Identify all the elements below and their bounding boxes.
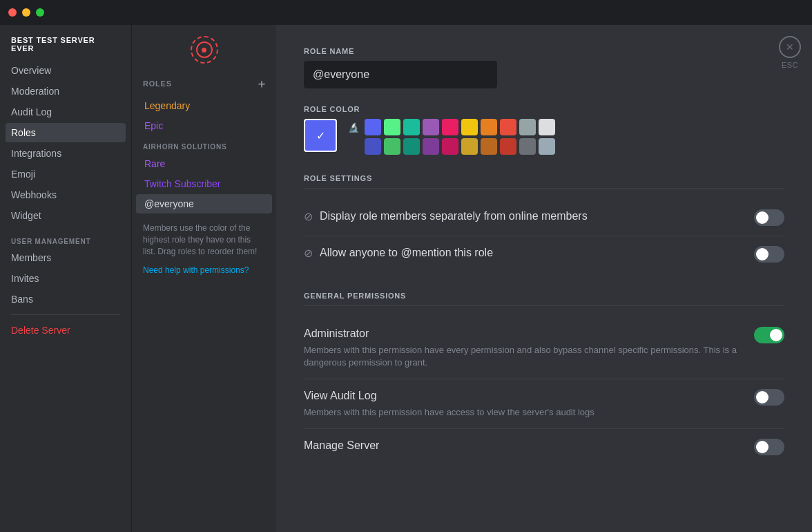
role-item-epic[interactable]: Epic [136,116,272,135]
airhorn-section-label: AIRHORN SOLUTIONS [132,136,276,153]
role-color-section: ROLE COLOR ✓ 🔬 [304,105,784,155]
color-default-swatch[interactable]: ✓ [304,119,337,152]
color-row-1: 🔬 [345,119,555,135]
traffic-light-red[interactable] [8,8,17,17]
eyedropper-icon[interactable]: 🔬 [345,119,362,135]
setting-display-separately: ⊘ Display role members separately from o… [304,200,784,236]
role-name-label: ROLE NAME [304,47,784,55]
traffic-light-green[interactable] [36,8,44,17]
color-swatch[interactable] [365,119,381,135]
setting-allow-mention: ⊘ Allow anyone to @mention this role [304,236,784,272]
color-swatch[interactable] [403,119,420,135]
setting-title-display: Display role members separately from onl… [320,209,740,224]
setting-title-manage-server: Manage Server [304,439,740,453]
setting-administrator: Administrator Members with this permissi… [304,317,784,379]
setting-text: View Audit Log Members with this permiss… [304,389,740,419]
color-swatch[interactable] [481,138,497,155]
close-button[interactable]: ✕ [779,36,801,58]
role-item-rare[interactable]: Rare [136,154,272,173]
setting-left: View Audit Log Members with this permiss… [304,389,754,419]
setting-left: ⊘ Display role members separately from o… [304,209,754,224]
role-settings-section: ROLE SETTINGS ⊘ Display role members sep… [304,174,784,272]
setting-text: Manage Server [304,439,740,453]
setting-view-audit-log: View Audit Log Members with this permiss… [304,379,784,429]
toggle-allow-mention[interactable] [754,246,784,263]
mention-icon: ⊘ [304,247,313,260]
setting-desc-admin: Members with this permission have every … [304,344,740,369]
toggle-administrator[interactable] [754,327,784,343]
color-swatch[interactable] [461,119,478,135]
setting-desc-audit: Members with this permission have access… [304,406,740,419]
color-row-2 [345,138,555,155]
sidebar-item-audit-log[interactable]: Audit Log [6,102,126,122]
user-management-label: USER MANAGEMENT [6,227,126,248]
general-permissions-section: GENERAL PERMISSIONS Administrator Member… [304,292,784,465]
sidebar-item-moderation[interactable]: Moderation [6,82,126,101]
color-swatch[interactable] [481,119,497,135]
setting-text: Administrator Members with this permissi… [304,327,740,369]
section-divider [304,188,784,189]
toggle-manage-server[interactable] [754,439,784,455]
title-bar [0,0,812,25]
traffic-light-yellow[interactable] [22,8,30,17]
section-divider-2 [304,305,784,306]
role-item-everyone[interactable]: @everyone [136,194,272,213]
sidebar-item-delete-server[interactable]: Delete Server [6,321,126,340]
sidebar-item-widget[interactable]: Widget [6,206,126,225]
color-swatch[interactable] [442,119,458,135]
setting-title-admin: Administrator [304,327,740,341]
toggle-thumb [756,248,768,260]
sidebar-item-bans[interactable]: Bans [6,289,126,309]
sidebar-divider [11,314,120,315]
sidebar-item-emoji[interactable]: Emoji [6,164,126,184]
roles-label: ROLES [143,79,172,88]
color-swatch[interactable] [403,138,420,155]
color-swatch[interactable] [423,138,439,155]
sidebar: BEST TEST SERVER EVER Overview Moderatio… [0,25,131,532]
role-color-label: ROLE COLOR [304,105,784,113]
setting-left: Manage Server [304,439,754,453]
main-content: ✕ ESC ROLE NAME ROLE COLOR ✓ 🔬 [276,25,812,532]
sidebar-item-members[interactable]: Members [6,248,126,267]
color-picker-area: ✓ 🔬 [304,119,784,155]
color-swatch[interactable] [519,138,536,155]
setting-title-audit: View Audit Log [304,389,740,403]
roles-hint: Members use the color of the highest rol… [132,214,276,260]
general-permissions-label: GENERAL PERMISSIONS [304,292,784,300]
roles-add-button[interactable]: ＋ [255,77,268,90]
role-item-legendary[interactable]: Legendary [136,96,272,115]
color-swatch[interactable] [539,119,555,135]
color-swatch[interactable] [461,138,478,155]
color-swatch[interactable] [384,119,400,135]
setting-title-mention: Allow anyone to @mention this role [320,246,740,260]
sidebar-item-overview[interactable]: Overview [6,61,126,80]
sidebar-item-roles[interactable]: Roles [6,123,126,142]
role-name-input[interactable] [304,61,497,88]
color-swatch[interactable] [539,138,555,155]
role-settings-label: ROLE SETTINGS [304,174,784,182]
color-swatch[interactable] [500,138,516,155]
close-label: ESC [782,61,798,69]
color-check-icon: ✓ [316,129,325,142]
toggle-view-audit-log[interactable] [754,389,784,406]
toggle-display-separately[interactable] [754,209,784,226]
color-swatches: 🔬 [345,119,555,155]
color-swatch[interactable] [500,119,516,135]
app-body: BEST TEST SERVER EVER Overview Moderatio… [0,25,812,532]
color-swatch[interactable] [442,138,458,155]
sidebar-item-invites[interactable]: Invites [6,269,126,288]
server-name: BEST TEST SERVER EVER [6,36,126,61]
roles-header: ROLES ＋ [132,66,276,95]
sidebar-item-integrations[interactable]: Integrations [6,144,126,163]
color-swatch[interactable] [365,138,381,155]
sidebar-item-webhooks[interactable]: Webhooks [6,185,126,205]
role-icon [191,36,218,64]
role-item-twitch-subscriber[interactable]: Twitch Subscriber [136,174,272,193]
setting-left: Administrator Members with this permissi… [304,327,754,369]
color-swatch[interactable] [384,138,400,155]
color-swatch[interactable] [423,119,439,135]
roles-panel: ROLES ＋ Legendary Epic AIRHORN SOLUTIONS… [131,25,276,532]
roles-help-link[interactable]: Need help with permissions? [132,260,276,281]
color-swatch[interactable] [519,119,536,135]
toggle-thumb [770,329,782,341]
